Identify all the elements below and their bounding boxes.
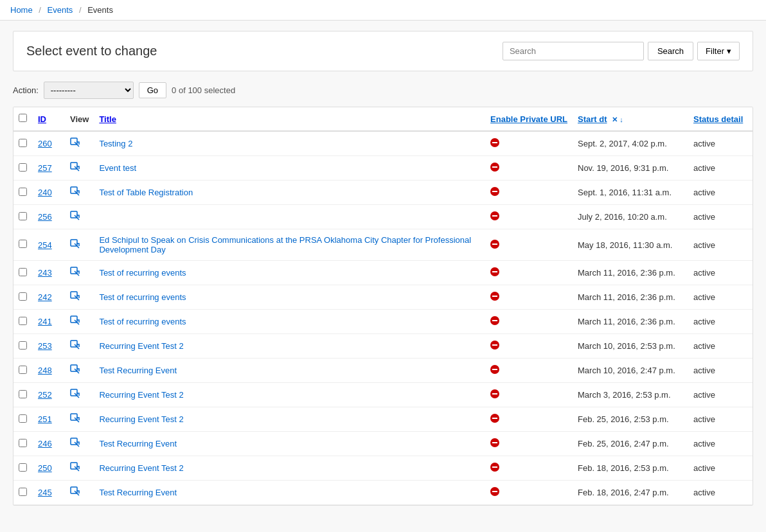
row-id-link[interactable]: 240 (38, 188, 52, 197)
row-checkbox[interactable] (19, 463, 27, 472)
row-checkbox-cell[interactable] (13, 261, 33, 285)
row-view[interactable] (65, 359, 94, 383)
row-view[interactable] (65, 481, 94, 505)
row-title-link[interactable]: Recurring Event Test 2 (99, 414, 183, 424)
row-id-link[interactable]: 253 (38, 341, 52, 351)
row-checkbox[interactable] (19, 439, 27, 447)
row-view[interactable] (65, 205, 94, 229)
row-id-link[interactable]: 250 (38, 463, 52, 473)
row-view-icon[interactable] (70, 317, 80, 328)
col-private-url-link[interactable]: Enable Private URL (490, 114, 567, 124)
row-checkbox-cell[interactable] (13, 229, 33, 261)
row-id-link[interactable]: 256 (38, 212, 52, 222)
row-id-link[interactable]: 242 (38, 292, 52, 302)
row-checkbox[interactable] (19, 163, 27, 172)
row-view[interactable] (65, 229, 94, 261)
row-title-link[interactable]: Test Recurring Event (99, 366, 177, 375)
row-view[interactable] (65, 285, 94, 310)
col-start-dt-link[interactable]: Start dt (578, 114, 607, 124)
row-view[interactable] (65, 310, 94, 334)
row-checkbox-cell[interactable] (13, 285, 33, 310)
row-id-link[interactable]: 251 (38, 414, 52, 424)
row-view-icon[interactable] (70, 164, 80, 174)
row-view[interactable] (65, 156, 94, 181)
row-checkbox-cell[interactable] (13, 181, 33, 205)
breadcrumb-events-1[interactable]: Events (48, 5, 73, 15)
row-view-icon[interactable] (70, 366, 80, 377)
row-view-icon[interactable] (70, 269, 80, 279)
row-view[interactable] (65, 456, 94, 481)
row-title-link[interactable]: Test of recurring events (99, 292, 186, 302)
row-checkbox[interactable] (19, 488, 27, 496)
row-checkbox-cell[interactable] (13, 334, 33, 359)
row-view[interactable] (65, 261, 94, 285)
row-id-link[interactable]: 254 (38, 240, 52, 250)
row-title-link[interactable]: Recurring Event Test 2 (99, 463, 183, 473)
search-button[interactable]: Search (648, 42, 693, 60)
col-id-link[interactable]: ID (38, 114, 46, 124)
search-input[interactable] (503, 42, 644, 60)
row-checkbox[interactable] (19, 390, 27, 398)
row-checkbox-cell[interactable] (13, 383, 33, 407)
row-title-link[interactable]: Recurring Event Test 2 (99, 341, 183, 351)
action-select[interactable]: --------- (44, 82, 134, 99)
row-title-link[interactable]: Test Recurring Event (99, 439, 177, 448)
row-id-link[interactable]: 252 (38, 390, 52, 400)
row-view[interactable] (65, 334, 94, 359)
row-checkbox-cell[interactable] (13, 131, 33, 156)
row-view-icon[interactable] (70, 464, 80, 474)
row-checkbox[interactable] (19, 268, 27, 276)
row-title-link[interactable]: Test Recurring Event (99, 488, 177, 497)
row-title-link[interactable]: Testing 2 (99, 139, 132, 148)
row-view-icon[interactable] (70, 342, 80, 352)
select-all-header[interactable] (13, 107, 33, 131)
row-checkbox-cell[interactable] (13, 432, 33, 456)
row-checkbox[interactable] (19, 366, 27, 374)
row-view[interactable] (65, 407, 94, 432)
row-view[interactable] (65, 131, 94, 156)
row-title-link[interactable]: Test of recurring events (99, 268, 186, 278)
row-checkbox[interactable] (19, 317, 27, 325)
row-id-link[interactable]: 241 (38, 317, 52, 326)
row-checkbox-cell[interactable] (13, 310, 33, 334)
row-view[interactable] (65, 432, 94, 456)
row-id-link[interactable]: 245 (38, 488, 52, 497)
row-view[interactable] (65, 181, 94, 205)
row-checkbox[interactable] (19, 139, 27, 147)
row-checkbox[interactable] (19, 341, 27, 350)
row-checkbox[interactable] (19, 240, 27, 248)
row-view-icon[interactable] (70, 188, 80, 199)
row-checkbox[interactable] (19, 212, 27, 220)
row-view-icon[interactable] (70, 213, 80, 223)
row-view-icon[interactable] (70, 415, 80, 425)
row-checkbox-cell[interactable] (13, 407, 33, 432)
row-id-link[interactable]: 257 (38, 163, 52, 173)
row-id-link[interactable]: 243 (38, 268, 52, 278)
row-title-link[interactable]: Test of Table Registration (99, 188, 193, 197)
row-view-icon[interactable] (70, 241, 80, 251)
row-title-link[interactable]: Recurring Event Test 2 (99, 390, 183, 400)
row-view-icon[interactable] (70, 139, 80, 150)
row-view-icon[interactable] (70, 391, 80, 401)
row-checkbox-cell[interactable] (13, 456, 33, 481)
go-button[interactable]: Go (139, 82, 166, 98)
breadcrumb-home[interactable]: Home (10, 5, 33, 15)
row-checkbox[interactable] (19, 414, 27, 423)
row-checkbox-cell[interactable] (13, 359, 33, 383)
col-title-link[interactable]: Title (99, 114, 116, 124)
row-title-link[interactable]: Test of recurring events (99, 317, 186, 326)
row-checkbox-cell[interactable] (13, 205, 33, 229)
row-view-icon[interactable] (70, 293, 80, 303)
row-checkbox[interactable] (19, 188, 27, 196)
row-view[interactable] (65, 383, 94, 407)
select-all-checkbox[interactable] (19, 114, 27, 122)
row-title-link[interactable]: Ed Schipul to Speak on Crisis Communicat… (99, 235, 471, 254)
row-title-link[interactable]: Event test (99, 163, 136, 173)
row-view-icon[interactable] (70, 439, 80, 450)
row-checkbox[interactable] (19, 292, 27, 301)
col-status-detail-link[interactable]: Status detail (693, 114, 743, 124)
row-id-link[interactable]: 246 (38, 439, 52, 448)
row-id-link[interactable]: 248 (38, 366, 52, 375)
row-checkbox-cell[interactable] (13, 156, 33, 181)
filter-button[interactable]: Filter ▾ (697, 42, 740, 60)
